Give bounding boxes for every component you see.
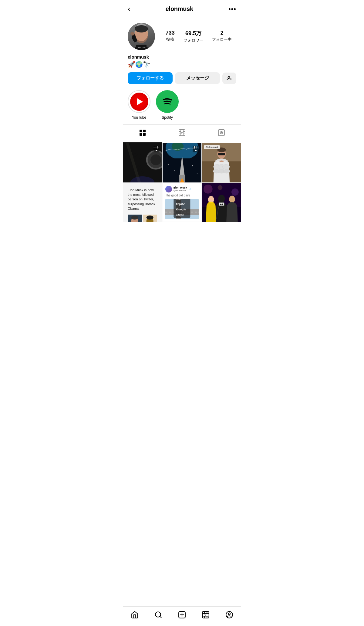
svg-point-2 bbox=[135, 28, 148, 43]
avatar[interactable]: JMFS OTTO bbox=[128, 23, 155, 50]
followers-count: 69.5万 bbox=[185, 30, 201, 37]
bottom-spacer bbox=[123, 222, 241, 246]
following-label: フォロー中 bbox=[212, 37, 232, 42]
post-5[interactable]: Elon Musk @elonmusk ✓ The good old days … bbox=[163, 183, 202, 222]
post-5-content: Elon Musk @elonmusk ✓ The good old days … bbox=[163, 183, 201, 222]
svg-point-83 bbox=[228, 613, 231, 615]
svg-point-25 bbox=[133, 154, 136, 157]
svg-point-39 bbox=[197, 173, 197, 174]
svg-point-59 bbox=[147, 215, 153, 219]
spotify-circle bbox=[156, 90, 179, 113]
nav-home[interactable] bbox=[126, 610, 143, 620]
youtube-icon bbox=[130, 93, 148, 111]
post-3-tag: @elonmusk bbox=[204, 145, 220, 149]
tab-grid[interactable] bbox=[123, 125, 162, 143]
content-tabs bbox=[123, 124, 241, 143]
action-buttons-row: フォローする メッセージ bbox=[128, 72, 236, 84]
spotify-icon bbox=[158, 93, 177, 111]
svg-point-68 bbox=[218, 185, 223, 190]
reel-badge-1 bbox=[153, 146, 160, 154]
profile-top-row: JMFS OTTO 733 投稿 69.5万 フォロワー 2 フォロー中 bbox=[128, 23, 236, 50]
svg-rect-45 bbox=[218, 153, 225, 155]
profile-bio-emojis: 🚀🌍🔭 bbox=[128, 61, 236, 68]
profile-section: JMFS OTTO 733 投稿 69.5万 フォロワー 2 フォロー中 bbox=[123, 18, 241, 84]
face-1 bbox=[128, 214, 142, 222]
svg-point-18 bbox=[221, 132, 222, 133]
post-4-content: Elon Musk is now the most followed perso… bbox=[123, 183, 162, 222]
profile-display-name: elonmusk bbox=[128, 54, 236, 60]
svg-point-36 bbox=[168, 164, 169, 165]
svg-rect-11 bbox=[143, 130, 146, 132]
svg-point-56 bbox=[131, 215, 138, 219]
face-2 bbox=[143, 214, 157, 222]
svg-point-22 bbox=[150, 155, 161, 165]
reels-nav-icon bbox=[202, 611, 210, 619]
tab-tagged[interactable] bbox=[202, 125, 241, 143]
svg-point-6 bbox=[130, 32, 135, 36]
highlight-spotify[interactable]: Spotify bbox=[156, 90, 179, 120]
followers-label: フォロワー bbox=[184, 38, 203, 43]
youtube-circle bbox=[128, 90, 150, 113]
svg-marker-15 bbox=[181, 132, 183, 134]
svg-point-0 bbox=[133, 46, 150, 50]
post-6[interactable] bbox=[202, 183, 241, 222]
post-1[interactable] bbox=[123, 143, 162, 182]
post-5-caption: The good old days bbox=[165, 194, 199, 197]
post-3-visual bbox=[202, 143, 241, 182]
more-options-button[interactable]: ••• bbox=[228, 5, 236, 13]
svg-point-70 bbox=[218, 195, 225, 202]
svg-rect-71 bbox=[219, 202, 224, 206]
spotify-svg bbox=[162, 96, 173, 107]
svg-rect-1 bbox=[139, 39, 143, 43]
svg-line-76 bbox=[160, 616, 161, 618]
svg-point-37 bbox=[174, 170, 175, 171]
message-button[interactable]: メッセージ bbox=[175, 72, 220, 84]
svg-rect-12 bbox=[140, 133, 142, 136]
nav-profile[interactable] bbox=[221, 610, 238, 620]
svg-point-7 bbox=[228, 77, 230, 78]
profile-username-header: elonmusk bbox=[166, 5, 193, 12]
stat-followers[interactable]: 69.5万 フォロワー bbox=[184, 30, 203, 43]
post-5-username: Elon Musk bbox=[174, 186, 187, 189]
svg-point-66 bbox=[204, 185, 213, 194]
stat-posts[interactable]: 733 投稿 bbox=[166, 30, 175, 43]
following-count: 2 bbox=[221, 30, 224, 36]
highlight-youtube-label: YouTube bbox=[132, 115, 146, 120]
highlights-row: YouTube Spotify bbox=[123, 90, 241, 120]
highlight-youtube[interactable]: YouTube bbox=[128, 90, 150, 120]
post-5-avatar bbox=[165, 186, 172, 192]
post-4[interactable]: Elon Musk is now the most followed perso… bbox=[123, 183, 162, 222]
nav-reels[interactable] bbox=[197, 610, 214, 620]
post-3[interactable]: @elonmusk bbox=[202, 143, 241, 182]
nav-search[interactable] bbox=[150, 610, 167, 620]
posts-grid: @elonmusk bbox=[123, 143, 241, 222]
post-4-caption: Elon Musk is now the most followed perso… bbox=[128, 188, 157, 211]
add-friend-button[interactable] bbox=[222, 73, 236, 84]
post-5-handle: @elonmusk bbox=[174, 189, 187, 192]
bottom-navigation bbox=[123, 606, 241, 626]
verified-badge: ✓ bbox=[189, 188, 192, 191]
post-6-visual bbox=[202, 183, 241, 222]
svg-rect-26 bbox=[138, 160, 141, 166]
add-icon bbox=[178, 611, 186, 619]
post-5-title: Life before Google Maps bbox=[176, 199, 186, 217]
reel-badge-2 bbox=[192, 146, 199, 154]
tagged-icon bbox=[218, 129, 225, 138]
svg-marker-81 bbox=[205, 614, 206, 616]
svg-point-52 bbox=[224, 169, 230, 173]
post-2[interactable] bbox=[163, 143, 202, 182]
svg-rect-13 bbox=[143, 133, 146, 136]
tab-reels[interactable] bbox=[162, 125, 202, 143]
profile-header: ‹ elonmusk ••• bbox=[123, 0, 241, 18]
posts-label: 投稿 bbox=[166, 37, 174, 42]
svg-point-67 bbox=[231, 188, 239, 196]
home-icon bbox=[131, 611, 139, 619]
stat-following[interactable]: 2 フォロー中 bbox=[212, 30, 232, 43]
follow-button[interactable]: フォローする bbox=[128, 72, 173, 84]
highlight-spotify-label: Spotify bbox=[162, 115, 173, 120]
svg-point-3 bbox=[135, 25, 148, 32]
svg-text:JMFS OTTO: JMFS OTTO bbox=[137, 47, 146, 49]
nav-add[interactable] bbox=[173, 610, 191, 620]
grid-icon bbox=[139, 129, 146, 138]
back-button[interactable]: ‹ bbox=[128, 4, 130, 14]
